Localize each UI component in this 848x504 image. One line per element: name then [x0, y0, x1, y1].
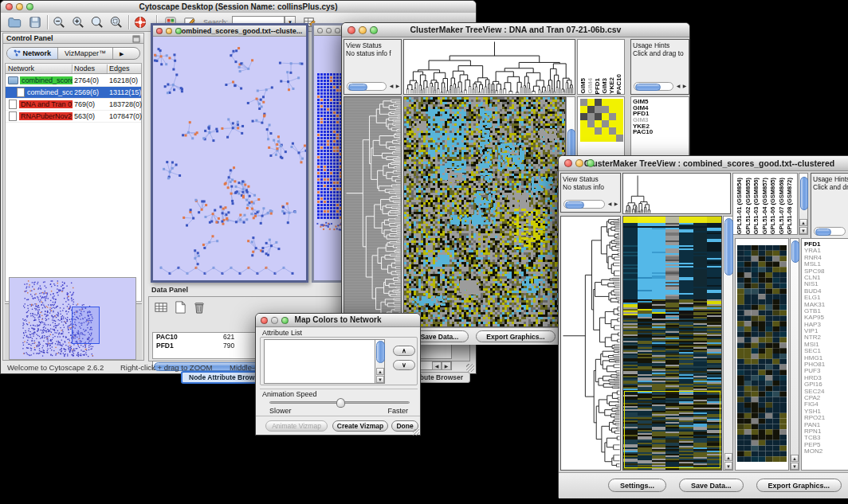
network-table-header[interactable]: Network Nodes Edges [6, 64, 141, 74]
tv2-heatmap-vscrollbar[interactable]: ▲ ▼ [723, 216, 733, 471]
dialog-resize-grip[interactable] [413, 429, 419, 436]
status-welcome: Welcome to Cytoscape 2.6.2 [7, 361, 104, 374]
zoom-in-icon[interactable] [71, 15, 85, 29]
minimize-button[interactable] [271, 317, 278, 324]
scroll-right-arrow[interactable]: ▶ [395, 82, 401, 91]
scroll-thumb[interactable] [815, 229, 831, 236]
scroll-down-arrow[interactable]: ▼ [724, 462, 732, 470]
slider-thumb[interactable] [336, 398, 345, 408]
scroll-left-arrow[interactable]: ◀ [607, 200, 613, 209]
tv2-column-dendrogram[interactable] [622, 173, 731, 214]
attribute-listbox[interactable] [264, 339, 385, 384]
close-button[interactable] [317, 28, 323, 33]
open-session-icon[interactable] [7, 15, 22, 29]
tv1-export-graphics-button[interactable]: Export Graphics... [476, 330, 555, 342]
tv2-vs-scrollbar[interactable] [563, 200, 605, 209]
animation-speed-slider[interactable] [269, 401, 410, 404]
tv1-heatmap[interactable] [403, 96, 566, 327]
save-session-icon[interactable] [28, 15, 42, 29]
tab-vizmapper[interactable]: VizMapper™ [58, 48, 113, 59]
float-panel-icon[interactable] [132, 35, 140, 43]
network-table-row[interactable]: combined_sco2569(6)13112(15) [6, 87, 141, 99]
tv2-row-dendrogram[interactable] [560, 216, 621, 471]
tab-overflow-arrow[interactable]: ▶ [113, 49, 130, 60]
tv2-heatmap[interactable] [622, 216, 722, 471]
scroll-down-arrow[interactable]: ▼ [791, 463, 799, 470]
minimize-button[interactable] [166, 28, 172, 34]
delete-attribute-icon[interactable] [192, 300, 206, 315]
zoom-fit-icon[interactable] [90, 15, 104, 29]
move-up-button[interactable]: ∧ [393, 346, 415, 356]
move-down-button[interactable]: ∨ [393, 360, 415, 370]
scroll-up-arrow[interactable]: ▲ [376, 368, 384, 375]
dialog-titlebar[interactable]: Map Colors to Network [256, 314, 420, 327]
help-icon[interactable] [133, 15, 147, 29]
scroll-left-arrow[interactable]: ◀ [675, 82, 681, 91]
zoom-button[interactable] [587, 159, 595, 167]
scroll-left-arrow[interactable]: ◀ [388, 82, 395, 91]
scroll-up-arrow[interactable]: ▲ [799, 219, 807, 226]
new-attribute-icon[interactable] [173, 300, 187, 315]
tv1-titlebar[interactable]: ClusterMaker TreeView : DNA and Tran 07-… [342, 23, 689, 37]
animate-vizmap-button[interactable]: Animate Vizmap [265, 420, 328, 432]
zoom-button[interactable] [26, 3, 33, 10]
slower-label: Slower [269, 407, 292, 415]
minimize-button[interactable] [359, 26, 367, 34]
tv2-column-label: GPL51-06 (GSM865) [769, 178, 778, 234]
scroll-thumb[interactable] [565, 201, 584, 209]
scroll-thumb[interactable] [791, 240, 799, 263]
close-button[interactable] [6, 3, 13, 10]
zoom-button[interactable] [335, 28, 340, 33]
scroll-up-arrow[interactable]: ▲ [724, 453, 732, 461]
tv2-settings-button[interactable]: Settings... [608, 479, 666, 492]
scroll-thumb[interactable] [348, 84, 367, 91]
create-vizmap-button[interactable]: Create Vizmap [332, 420, 388, 432]
minimize-button[interactable] [16, 3, 23, 10]
tv2-collabel-vscrollbar[interactable]: ▲ ▼ [799, 173, 808, 235]
tv1-uh-scrollbar[interactable] [634, 82, 673, 91]
minimize-button[interactable] [326, 28, 332, 33]
scroll-right-arrow[interactable]: ▶ [613, 200, 619, 209]
zoom-button[interactable] [370, 26, 378, 34]
network-table-row[interactable]: DNA and Tran 07769(0)183728(0) [6, 99, 141, 111]
zoom-button[interactable] [175, 28, 182, 34]
tv1-vs-scrollbar[interactable] [347, 82, 387, 91]
network-table-row[interactable]: RNAPuberNov2+563(0)107847(0) [6, 111, 141, 123]
window-resize-grip[interactable] [466, 364, 474, 372]
network-window-titlebar[interactable]: combined_scores_good.txt--cluste... [153, 25, 306, 37]
tv2-gene-vscrollbar[interactable]: ▲ ▼ [790, 238, 799, 471]
tv1-row-dendrogram[interactable] [344, 96, 402, 327]
tv2-save-data-button[interactable]: Save Data... [679, 479, 744, 492]
scroll-down-arrow[interactable]: ▼ [799, 227, 807, 234]
matrix-cell [587, 127, 595, 135]
scroll-up-arrow[interactable]: ▲ [791, 455, 799, 462]
attribute-list-vscrollbar[interactable]: ▲ ▼ [375, 339, 385, 384]
scroll-right-arrow[interactable]: ▶ [681, 82, 688, 91]
main-titlebar[interactable]: Cytoscape Desktop (Session Name: collins… [1, 1, 476, 14]
tv2-uh-scrollbar[interactable] [814, 227, 846, 236]
matrix-cell [580, 113, 587, 120]
network-table-row[interactable]: combined_scores2764(0)16218(0) [6, 75, 141, 87]
tv1-column-dendrogram[interactable] [403, 39, 575, 95]
scroll-thumb[interactable] [800, 177, 808, 210]
zoom-out-icon[interactable] [52, 15, 66, 29]
zoom-button[interactable] [281, 317, 289, 324]
tv2-export-graphics-button[interactable]: Export Graphics... [756, 479, 842, 492]
scroll-thumb[interactable] [376, 341, 385, 363]
close-button[interactable] [347, 26, 355, 34]
close-button[interactable] [261, 317, 268, 324]
tv2-titlebar[interactable]: ClusterMaker TreeView : combined_scores_… [559, 156, 848, 171]
scroll-down-arrow[interactable]: ▼ [376, 376, 384, 383]
close-button[interactable] [156, 28, 163, 34]
tv2-zoom-heatmap[interactable] [737, 245, 787, 462]
zoom-selected-icon[interactable] [109, 15, 124, 29]
birdseye-view[interactable] [10, 278, 135, 359]
attribute-select-icon[interactable] [154, 300, 168, 315]
scroll-thumb[interactable] [724, 218, 733, 275]
tv1-zoom-matrix[interactable] [580, 99, 623, 142]
close-button[interactable] [564, 159, 572, 167]
scroll-thumb[interactable] [635, 84, 661, 91]
minimize-button[interactable] [575, 159, 583, 167]
network-graph-view[interactable] [153, 37, 306, 280]
tab-network[interactable]: Network [7, 48, 58, 59]
